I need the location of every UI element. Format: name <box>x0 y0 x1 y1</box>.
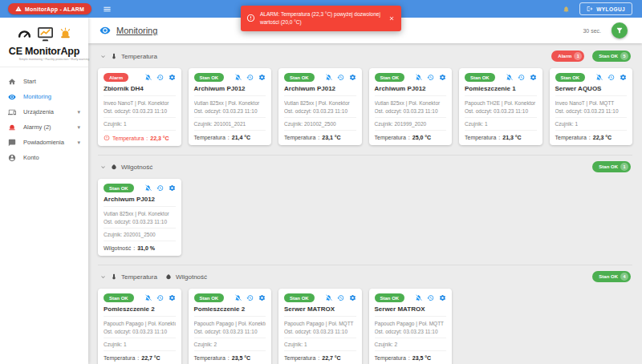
bell-off-icon[interactable] <box>144 184 152 192</box>
history-icon[interactable] <box>337 74 344 81</box>
sidebar-item-konto[interactable]: Konto <box>0 150 88 165</box>
bell-off-icon[interactable] <box>415 294 422 301</box>
section-header[interactable]: WilgotnośćStan OK1 <box>98 156 632 177</box>
sidebar-item-urzadzenia[interactable]: Urządzenia▾ <box>0 104 88 119</box>
devices-icon <box>8 108 16 116</box>
settings-icon[interactable] <box>439 294 446 301</box>
sidebar-item-label: Start <box>23 78 36 85</box>
sidebar-item-label: Alarmy (2) <box>23 123 51 131</box>
card-sensor: Czujnik: 2 <box>194 338 266 350</box>
status-badge: Stan OK <box>194 293 225 302</box>
status-badge: Stan OK <box>465 73 495 82</box>
ok-count-badge: Stan OK4 <box>592 271 631 282</box>
history-icon[interactable] <box>246 294 254 301</box>
history-icon[interactable] <box>427 74 434 81</box>
history-icon[interactable] <box>156 184 164 192</box>
chevron-down-icon: ▾ <box>77 124 80 131</box>
sidebar-item-alarmy[interactable]: Alarmy (2)▾ <box>0 119 88 135</box>
settings-icon[interactable] <box>349 74 356 81</box>
home-icon <box>8 78 16 86</box>
reading-row: Temperatura:22,3 °C <box>555 130 628 144</box>
thermometer-icon <box>111 273 117 280</box>
bell-off-icon[interactable] <box>415 74 422 81</box>
settings-icon[interactable] <box>349 294 356 301</box>
gauge-icon <box>17 26 32 42</box>
card-sensor: Czujnik: 202001_2500 <box>104 228 176 241</box>
card-last-read: Ost. odczyt: 03.03.23 11:10 <box>194 327 266 335</box>
bell-off-icon[interactable] <box>506 74 513 81</box>
history-icon[interactable] <box>337 294 344 301</box>
card-last-read: Ost. odczyt: 03.03.23 11:10 <box>284 107 356 115</box>
bell-off-icon[interactable] <box>144 74 152 81</box>
sensor-card: Stan OKPomieszczenie 2Papouch Papago | P… <box>189 289 272 364</box>
history-icon[interactable] <box>156 294 164 301</box>
app-logo: CE MonitorApp Simple monitoring • Facili… <box>0 18 88 67</box>
ok-count-badge: Stan OK1 <box>592 161 631 172</box>
sidebar-item-monitoring[interactable]: Monitoring <box>0 89 88 104</box>
reading-row: Temperatura:21,4 °C <box>194 130 266 144</box>
settings-icon[interactable] <box>439 74 446 81</box>
sensor-card: Stan OKSerwer AQUOSInveo NanoT | Poł. MQ… <box>550 68 633 145</box>
settings-icon[interactable] <box>530 74 537 81</box>
status-badge: Stan OK <box>284 73 315 82</box>
bell-off-icon[interactable] <box>234 74 242 81</box>
settings-icon[interactable] <box>258 294 266 301</box>
main-area: Monitoring 30 sec. TemperaturaAlarm1Stan… <box>88 18 642 364</box>
history-icon[interactable] <box>246 74 254 81</box>
card-title: Archiwum PJ012 <box>284 85 356 92</box>
reading-row: Temperatura:23,1 °C <box>284 130 356 144</box>
history-icon[interactable] <box>156 74 164 81</box>
bell-off-icon[interactable] <box>595 74 603 81</box>
close-icon[interactable] <box>388 14 396 22</box>
status-badge: Stan OK <box>555 73 586 82</box>
sidebar-item-powiadomienia[interactable]: Powiadomienia▾ <box>0 135 88 150</box>
settings-icon[interactable] <box>258 74 266 81</box>
reading-row: Temperatura:25,0 °C <box>375 130 447 144</box>
sidebar-item-label: Powiadomienia <box>23 139 64 146</box>
reading-row: Temperatura:23,5 °C <box>375 350 447 364</box>
settings-icon[interactable] <box>169 184 176 192</box>
status-badge: Alarm <box>104 73 128 82</box>
sidebar: CE MonitorApp Simple monitoring • Facili… <box>0 18 88 364</box>
logout-button[interactable]: WYLOGUJ <box>579 2 632 15</box>
card-title: Serwer AQUOS <box>555 85 628 92</box>
section-header[interactable]: TemperaturaAlarm1Stan OK5 <box>98 45 632 67</box>
menu-icon[interactable] <box>103 5 112 14</box>
monitoring-content: TemperaturaAlarm1Stan OK5AlarmZbiornik D… <box>88 43 642 364</box>
alarm-count-badge: Alarm1 <box>551 51 584 62</box>
section-header[interactable]: TemperaturaWilgotnośćStan OK4 <box>98 265 632 287</box>
sensor-card: Stan OKSerwer MATROXPapouch Papago | Poł… <box>278 289 362 364</box>
bell-off-icon[interactable] <box>234 294 242 301</box>
card-sensor: Czujnik: 1 <box>284 338 356 350</box>
card-title: Serwer MATROX <box>375 305 447 313</box>
settings-icon[interactable] <box>620 74 627 81</box>
error-icon <box>246 14 255 22</box>
card-sensor: Czujnik: 1 <box>104 117 176 130</box>
app-window: MonitorApp - ALARM WYLOGUJ ALARM: Temper… <box>0 0 642 364</box>
card-sensor: Czujnik: 1 <box>104 338 176 350</box>
settings-icon[interactable] <box>169 74 176 81</box>
settings-icon[interactable] <box>169 294 176 301</box>
sensor-card: Stan OKSerwer MATROXPapouch Papago | Poł… <box>369 289 453 364</box>
sidebar-item-start[interactable]: Start <box>0 74 88 89</box>
alarm-toast: ALARM: Temperatura (22,3 °C) powyżej doz… <box>241 6 401 31</box>
bell-icon[interactable] <box>563 6 570 13</box>
section-label: Temperatura <box>121 53 157 60</box>
app-alarm-pill[interactable]: MonitorApp - ALARM <box>8 3 91 14</box>
bell-off-icon[interactable] <box>325 74 332 81</box>
thermometer-icon <box>111 53 117 59</box>
card-last-read: Ost. odczyt: 03.03.23 11:10 <box>465 107 537 115</box>
bell-off-icon[interactable] <box>325 294 332 301</box>
alarm-icon <box>8 123 16 131</box>
history-icon[interactable] <box>427 294 434 301</box>
reading-row: Temperatura:22,3 °C <box>104 130 176 145</box>
sensor-card: Stan OKArchiwum PJ012Vutlan 825xx | Poł.… <box>369 68 453 145</box>
reading-row: Wilgotność:31,0 % <box>104 241 176 255</box>
chevron-down-icon: ▾ <box>77 140 80 146</box>
history-icon[interactable] <box>518 74 525 81</box>
bell-off-icon[interactable] <box>144 294 152 301</box>
filter-button[interactable] <box>612 22 628 38</box>
history-icon[interactable] <box>607 74 615 81</box>
card-device: Papouch Papago | Poł. MQTT <box>284 319 356 327</box>
card-device: Papouch Papago | Poł. MQTT <box>375 319 447 327</box>
